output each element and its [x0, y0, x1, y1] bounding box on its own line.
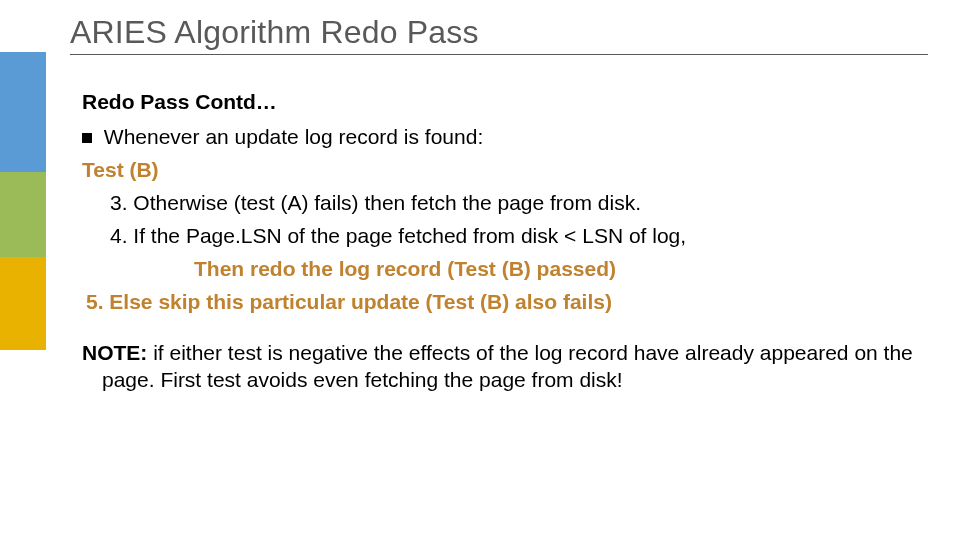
subheading: Redo Pass Contd…	[82, 88, 920, 117]
sidebar-stripe-green	[0, 172, 46, 257]
square-bullet-icon	[82, 133, 92, 143]
test-b-label: Test (B)	[82, 156, 920, 185]
note-text: if either test is negative the effects o…	[102, 341, 913, 391]
note-paragraph: NOTE: if either test is negative the eff…	[82, 339, 920, 394]
bullet-text: Whenever an update log record is found:	[98, 125, 483, 148]
slide-title: ARIES Algorithm Redo Pass	[70, 14, 479, 51]
sidebar-stripe-yellow	[0, 257, 46, 350]
step-5: 5. Else skip this particular update (Tes…	[86, 288, 920, 317]
bullet-line: Whenever an update log record is found:	[82, 123, 920, 152]
then-redo-line: Then redo the log record (Test (B) passe…	[194, 255, 920, 284]
step-4: 4. If the Page.LSN of the page fetched f…	[110, 222, 920, 251]
note-label: NOTE:	[82, 341, 147, 364]
title-underline	[70, 54, 928, 55]
step-3: 3. Otherwise (test (A) fails) then fetch…	[110, 189, 920, 218]
sidebar-stripe-blue	[0, 52, 46, 172]
slide-body: Redo Pass Contd… Whenever an update log …	[82, 88, 920, 393]
